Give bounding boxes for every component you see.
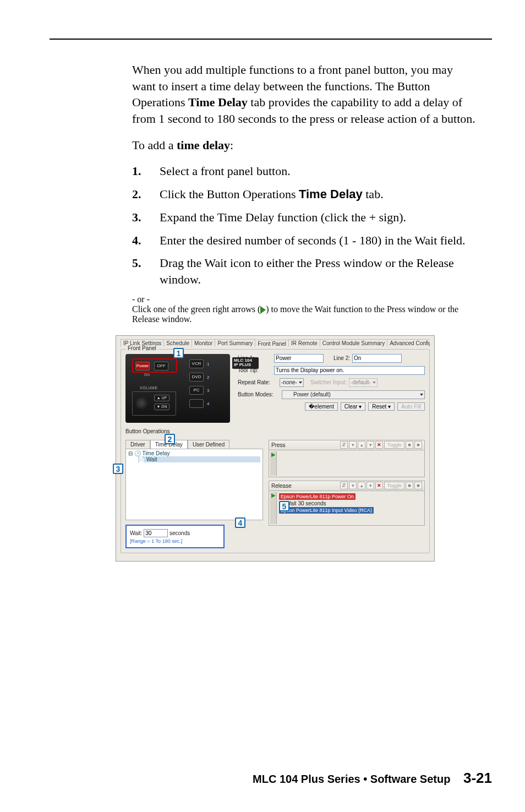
tool-b-icon[interactable]: ■ <box>414 441 422 449</box>
btn-power[interactable]: Power <box>135 362 150 370</box>
press-panel: Press ⇵▾ ▴▾ ✕ Toggle ■■ ▶ <box>269 440 425 477</box>
tool-b-icon[interactable]: ■ <box>414 482 422 489</box>
tool-down-icon[interactable]: ▾ <box>367 441 374 449</box>
properties-column: Line 1: Line 2: Tool Tip: Repeat Rate: -… <box>238 354 425 423</box>
press-arrow[interactable]: ▶ <box>270 451 277 476</box>
top-rule <box>50 39 492 40</box>
tool-move-icon[interactable]: ⇵ <box>340 482 348 489</box>
tree-root[interactable]: ⊟ 🕑 Time Delay <box>128 450 260 456</box>
tool-delete-icon[interactable]: ✕ <box>375 482 383 489</box>
rel-line-1[interactable]: Epson PowerLite 811p Power On <box>279 493 421 500</box>
badge-4: 4 <box>207 401 234 406</box>
function-tree[interactable]: ⊟ 🕑 Time Delay 📄 Wait <box>125 449 263 520</box>
top-tab-row: IP Link SettingsScheduleMonitorPort Summ… <box>121 339 430 347</box>
switcher-label: Switcher Input: <box>310 379 347 385</box>
clear-button[interactable]: Clear ▾ <box>341 402 366 411</box>
step-number: 4. <box>132 232 160 249</box>
t: Click one of the green right arrows ( <box>132 304 260 314</box>
tab-advanced[interactable]: Advanced Configuration <box>387 339 430 347</box>
step-1: 1. Select a front panel button. <box>132 163 475 179</box>
callout-2: 2 <box>165 434 175 444</box>
tab-portsummary[interactable]: Port Summary <box>215 339 255 347</box>
rel-line-3[interactable]: Epson PowerLite 811p Input Video (RCA) <box>279 507 421 514</box>
btn-blank[interactable] <box>189 399 204 408</box>
tab-frontpanel[interactable]: Front Panel <box>255 340 289 347</box>
tool-toggle: Toggle <box>384 482 404 489</box>
btn-off[interactable]: OFF <box>154 362 168 370</box>
button-operations: DriverTime DelayUser Defined ⊟ 🕑 Time De… <box>125 440 425 548</box>
tooltip-input[interactable] <box>274 366 425 375</box>
tooltip-row: Tool Tip: <box>238 366 425 375</box>
bo-left: DriverTime DelayUser Defined ⊟ 🕑 Time De… <box>125 440 263 548</box>
btn-vol-dn[interactable]: ▼ DN <box>154 404 169 410</box>
tab-irremote[interactable]: IR Remote <box>288 339 320 347</box>
n: 4 <box>132 233 138 247</box>
modes-select[interactable]: Power (default) <box>282 390 425 399</box>
wait-field-box: Wait: seconds [Range = 1 To 180 sec.] <box>125 525 225 548</box>
wait-input[interactable] <box>144 529 168 537</box>
tab-schedule[interactable]: Schedule <box>163 339 192 347</box>
text: To add a <box>132 138 177 152</box>
modes-row: Button Modes: Power (default) <box>238 390 425 399</box>
bold-text: Time Delay <box>188 95 248 109</box>
callout-4: 4 <box>235 517 245 528</box>
autofill-button: Auto Fill <box>397 402 425 411</box>
reset-button[interactable]: Reset ▾ <box>368 402 395 411</box>
tool-up-icon[interactable]: ▴ <box>358 482 365 489</box>
step-text: Expand the Time Delay function (click th… <box>160 209 475 226</box>
n: 5 <box>132 256 138 270</box>
line1-input[interactable] <box>274 354 324 363</box>
press-toolbar: ⇵▾ ▴▾ ✕ Toggle ■■ <box>340 441 422 449</box>
tool-move-icon[interactable]: ⇵ <box>340 441 348 449</box>
wait-label: Wait: <box>130 530 142 536</box>
callout-3: 3 <box>113 464 123 474</box>
repeat-select[interactable]: -none- <box>280 378 304 387</box>
t: Reset <box>372 404 386 410</box>
step-text: Drag the Wait icon to either the Press w… <box>160 255 475 287</box>
release-body[interactable]: ▶ Epson PowerLite 811p Power On Wait 30 … <box>269 491 424 525</box>
toolbar-buttons: �element Clear ▾ Reset ▾ Auto Fill <box>238 402 425 411</box>
tool-up-icon[interactable]: ▴ <box>358 441 365 449</box>
tab-name: Time Delay <box>299 187 363 201</box>
btn-vol-up[interactable]: ▲ UP <box>154 395 169 401</box>
press-body[interactable]: ▶ <box>269 450 424 477</box>
or-line: - or - <box>132 295 475 304</box>
step-4: 4. Enter the desired number of seconds (… <box>132 232 475 249</box>
lbl-volume: VOLUME <box>140 386 158 390</box>
bo-label: Button Operations <box>125 428 425 434</box>
btn-pc[interactable]: PC <box>189 386 204 395</box>
v: -none- <box>281 379 297 385</box>
page-footer: MLC 104 Plus Series • Software Setup 3-2… <box>253 770 492 787</box>
tool-dd-icon[interactable]: ▾ <box>349 441 357 449</box>
intro-paragraph: When you add multiple functions to a fro… <box>132 62 475 127</box>
v: -default- <box>351 379 371 385</box>
tab-driver[interactable]: Driver <box>125 440 150 449</box>
tool-a-icon[interactable]: ■ <box>406 441 413 449</box>
line2-input[interactable] <box>352 354 402 363</box>
tool-a-icon[interactable]: ■ <box>406 482 413 489</box>
step-number: 1. <box>132 163 160 179</box>
tab-monitor[interactable]: Monitor <box>192 339 215 347</box>
release-arrow[interactable]: ▶ <box>270 492 277 524</box>
tab-user-defined[interactable]: User Defined <box>188 440 229 449</box>
caret-icon <box>373 382 376 384</box>
badge-3: 3 <box>207 388 234 393</box>
step-number: 3. <box>132 209 160 226</box>
tool-toggle: Toggle <box>384 441 404 449</box>
press-list <box>277 451 423 476</box>
tool-dd-icon[interactable]: ▾ <box>349 482 357 489</box>
wait-range: [Range = 1 To 180 sec.] <box>130 538 220 544</box>
tab-controlmodule[interactable]: Control Module Summary <box>320 339 387 347</box>
footer-title: MLC 104 Plus Series • Software Setup <box>253 773 450 785</box>
rel-line-2[interactable]: Wait 30 seconds <box>279 500 421 507</box>
btn-dvd[interactable]: DVD <box>189 373 204 382</box>
tree-wait[interactable]: 📄 Wait <box>138 456 260 462</box>
steps-list: 1. Select a front panel button. 2. Click… <box>132 163 475 287</box>
caret-icon <box>299 382 302 384</box>
tool-down-icon[interactable]: ▾ <box>367 482 374 489</box>
tool-delete-icon[interactable]: ✕ <box>375 441 383 449</box>
step-text: Enter the desired number of seconds (1 -… <box>160 232 475 249</box>
n: 1 <box>132 164 138 178</box>
apply-button[interactable]: �element <box>305 402 338 411</box>
btn-vcr[interactable]: VCR <box>189 359 204 368</box>
